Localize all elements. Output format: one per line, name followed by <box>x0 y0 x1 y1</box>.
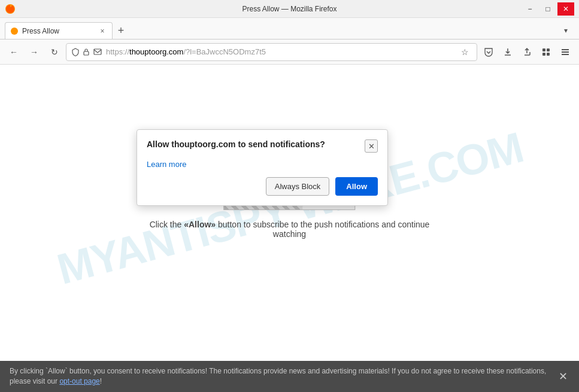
address-protocol: https:// <box>106 47 129 56</box>
learn-more-link[interactable]: Learn more <box>147 160 186 169</box>
new-tab-button[interactable]: + <box>113 22 129 39</box>
tab-favicon-icon <box>10 27 19 35</box>
menu-button[interactable] <box>556 43 574 61</box>
address-bar[interactable]: https://thouptoorg.com/?l=BaJwccN5ODmz7t… <box>66 43 477 61</box>
always-block-button[interactable]: Always Block <box>266 177 330 196</box>
bottom-notification-bar: By clicking `Allow` button, you consent … <box>0 361 579 392</box>
download-button[interactable] <box>499 43 517 61</box>
page-content: MYANTISPY WARE.COM Click the «Allow» but… <box>0 65 579 361</box>
notification-permission-icon <box>93 47 102 57</box>
forward-button[interactable]: → <box>25 43 43 61</box>
loading-text: Click the «Allow» button to subscribe to… <box>145 220 435 239</box>
svg-rect-6 <box>542 53 545 56</box>
bottom-bar-close-button[interactable]: ✕ <box>556 370 569 383</box>
download-icon <box>503 47 513 57</box>
hamburger-icon <box>560 47 570 57</box>
share-icon <box>522 47 532 57</box>
svg-rect-10 <box>562 54 569 55</box>
svg-rect-7 <box>547 53 550 56</box>
svg-point-1 <box>11 28 18 35</box>
share-button[interactable] <box>518 43 536 61</box>
address-bar-right: ☆ <box>457 45 472 59</box>
address-text: https://thouptoorg.com/?l=BaJwccN5ODmz7t… <box>106 47 454 56</box>
extensions-button[interactable] <box>537 43 555 61</box>
loading-highlight: «Allow» <box>184 220 216 229</box>
star-button[interactable]: ☆ <box>457 45 472 59</box>
svg-rect-2 <box>84 51 89 55</box>
titlebar-left <box>5 4 16 14</box>
notification-popup: Allow thouptoorg.com to send notificatio… <box>137 129 388 206</box>
tab-label: Press Allow <box>22 27 94 35</box>
active-tab[interactable]: Press Allow × <box>5 22 113 39</box>
svg-rect-8 <box>562 49 569 50</box>
shield-icon <box>71 48 80 56</box>
svg-rect-9 <box>562 51 569 53</box>
tabbar: Press Allow × + ▾ <box>0 18 579 39</box>
extensions-icon <box>541 47 551 57</box>
popup-buttons: Always Block Allow <box>147 177 378 196</box>
tab-close-button[interactable]: × <box>98 26 107 36</box>
svg-rect-4 <box>542 48 545 51</box>
maximize-button[interactable]: □ <box>539 2 556 16</box>
allow-button[interactable]: Allow <box>335 177 378 196</box>
address-path: /?l=BaJwccN5ODmz7t5 <box>183 47 266 56</box>
opt-out-link[interactable]: opt-out page <box>59 377 99 385</box>
titlebar-buttons: − □ ✕ <box>522 2 574 16</box>
minimize-button[interactable]: − <box>522 2 538 16</box>
titlebar-title: Press Allow — Mozilla Firefox <box>242 5 337 13</box>
tab-list-button[interactable]: ▾ <box>557 22 574 39</box>
popup-title: Allow thouptoorg.com to send notificatio… <box>147 139 325 149</box>
popup-header: Allow thouptoorg.com to send notificatio… <box>147 139 378 153</box>
pocket-icon <box>484 47 493 57</box>
navbar-right <box>480 43 574 61</box>
reload-button[interactable]: ↻ <box>46 43 63 61</box>
address-bar-icons <box>71 47 102 57</box>
popup-close-button[interactable]: ✕ <box>365 139 378 153</box>
close-button[interactable]: ✕ <box>557 2 574 16</box>
firefox-logo-icon <box>5 4 16 14</box>
svg-rect-5 <box>547 48 550 51</box>
bottom-bar-text: By clicking `Allow` button, you consent … <box>10 366 550 387</box>
titlebar: Press Allow — Mozilla Firefox − □ ✕ <box>0 0 579 18</box>
lock-icon <box>82 48 90 56</box>
address-host: thouptoorg.com <box>129 47 183 56</box>
pocket-button[interactable] <box>480 43 498 61</box>
back-button[interactable]: ← <box>5 43 23 61</box>
navbar: ← → ↻ https://thouptoorg.com/?l=BaJwccN5… <box>0 39 579 65</box>
svg-rect-3 <box>94 49 101 54</box>
bottom-bar-text-end: ! <box>100 377 102 385</box>
